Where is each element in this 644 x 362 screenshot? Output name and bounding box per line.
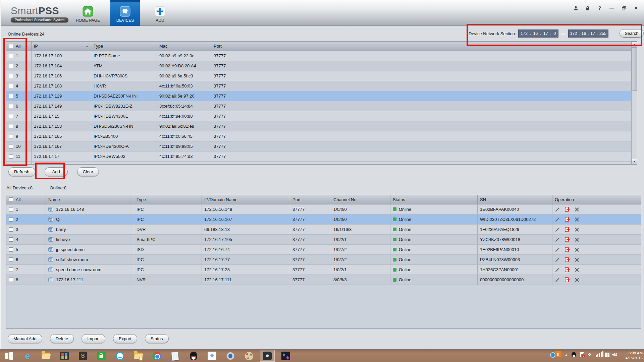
start-button[interactable] <box>4 351 14 361</box>
volume-icon[interactable] <box>612 352 618 357</box>
select-all-checkbox[interactable] <box>9 44 13 48</box>
row-checkbox[interactable] <box>9 154 13 159</box>
tab-home-page[interactable]: HOME PAGE <box>68 0 108 26</box>
row-checkbox[interactable] <box>9 124 13 128</box>
delete-icon[interactable] <box>574 237 580 242</box>
online-device-row[interactable]: 10 172.16.17.167 IPC-HDB4300C-A 4c:11:bf… <box>6 141 631 152</box>
online-device-row[interactable]: 11 172.16.17.17 IPC-HDBW5502 4c:11:bf:85… <box>6 152 631 162</box>
qq-tray-icon[interactable] <box>572 352 576 357</box>
delete-icon[interactable] <box>574 267 580 273</box>
row-checkbox[interactable] <box>9 94 13 98</box>
chat-app-icon[interactable] <box>115 351 125 361</box>
name-column-header[interactable]: Name <box>46 195 134 204</box>
qq-icon[interactable] <box>189 351 199 361</box>
chrome-icon[interactable] <box>152 351 162 361</box>
row-checkbox[interactable] <box>9 227 13 232</box>
channel-column-header[interactable]: Channel No. <box>331 195 390 204</box>
internet-explorer-icon[interactable]: e <box>22 351 33 361</box>
dropbox-icon[interactable]: ❖ <box>207 351 217 361</box>
managed-device-row[interactable]: 5 jp speed dome ISD 172.16.16.74 37777 1… <box>6 245 641 255</box>
edit-icon[interactable] <box>555 237 560 242</box>
notepad-icon[interactable] <box>170 351 180 361</box>
vertical-scrollbar[interactable]: ▲ ▼ <box>631 42 637 164</box>
edit-icon[interactable] <box>555 267 560 273</box>
tab-add[interactable]: ADD <box>145 0 175 26</box>
row-checkbox[interactable] <box>9 267 13 272</box>
type-column-header[interactable]: Type <box>91 42 157 51</box>
port-column-header[interactable]: Port <box>290 195 331 204</box>
row-checkbox[interactable] <box>9 237 13 242</box>
mac-column-header[interactable]: Mac <box>157 42 211 51</box>
export-button[interactable]: Export <box>113 334 137 343</box>
online-device-row[interactable]: 1 172.16.17.100 IP PTZ Dome 90:02:a9:a9:… <box>6 51 631 61</box>
online-device-row[interactable]: 8 172.16.17.153 DH-SD59230SN-HN 90:02:a9… <box>6 121 631 131</box>
type-column-header[interactable]: Type <box>134 195 202 204</box>
notification-alert-icon[interactable]: !! <box>555 351 561 357</box>
logout-icon[interactable] <box>565 207 570 212</box>
media-app-icon[interactable] <box>281 351 291 361</box>
minimize-icon[interactable]: — <box>608 5 615 11</box>
signal-bars-icon[interactable] <box>596 352 603 357</box>
clear-button[interactable]: Clear <box>77 167 99 176</box>
import-button[interactable]: Import <box>82 334 105 343</box>
row-checkbox[interactable] <box>9 144 13 148</box>
file-explorer-icon[interactable] <box>41 351 51 361</box>
refresh-button[interactable]: Refresh <box>8 167 35 176</box>
webcam-app-icon[interactable] <box>225 351 235 361</box>
row-checkbox[interactable] <box>9 247 13 252</box>
ip-domain-column-header[interactable]: IP/Domain Name <box>202 195 290 204</box>
dropbox-tray-icon[interactable]: ❖ <box>588 352 592 357</box>
row-checkbox[interactable] <box>9 114 13 118</box>
ip-range-to-input[interactable]: 172. 16. 17. 255 <box>568 29 608 38</box>
logout-icon[interactable] <box>565 217 570 222</box>
managed-device-row[interactable]: 1 172.16.16.148 IPC 172.16.16.148 37777 … <box>6 204 641 215</box>
add-button[interactable]: Add <box>45 167 68 176</box>
delete-icon[interactable] <box>574 257 580 262</box>
online-device-row[interactable]: 9 172.16.17.165 IPC-EB5400 4c:11:bf:c0:6… <box>6 131 631 141</box>
row-checkbox[interactable] <box>9 207 13 212</box>
taskbar-clock[interactable]: 8:08 AM 4/15/2016 <box>621 351 643 361</box>
online-device-row[interactable]: 3 172.16.17.106 DHI-HCVR7808S 90:02:a9:6… <box>6 71 631 81</box>
edit-icon[interactable] <box>555 217 560 222</box>
select-all-checkbox[interactable] <box>9 197 13 202</box>
online-device-row[interactable]: 4 172.16.17.108 HCVR 4c:11:bf:0a:50:03 3… <box>6 81 631 91</box>
row-checkbox[interactable] <box>9 278 13 282</box>
select-all-header[interactable]: All <box>6 195 46 204</box>
managed-device-row[interactable]: 8 172.16.17.111 NVR 172.16.17.111 37777 … <box>6 275 641 285</box>
search-button[interactable]: Search <box>620 29 644 38</box>
edit-icon[interactable] <box>555 227 560 232</box>
row-checkbox[interactable] <box>9 84 13 88</box>
edit-icon[interactable] <box>555 207 560 212</box>
mail-app-icon[interactable] <box>133 351 143 361</box>
delete-icon[interactable] <box>574 247 580 252</box>
close-icon[interactable]: ✕ <box>633 5 639 11</box>
online-device-row[interactable]: 6 172.16.17.149 IPC-HDBW8231E-Z 3c:ef:8c… <box>6 101 631 111</box>
row-checkbox[interactable] <box>9 74 13 78</box>
restore-icon[interactable] <box>621 5 627 11</box>
row-checkbox[interactable] <box>9 134 13 138</box>
status-button[interactable]: Status <box>145 334 169 343</box>
sn-column-header[interactable]: SN <box>478 195 552 204</box>
port-column-header[interactable]: Port <box>211 42 631 51</box>
logout-icon[interactable] <box>565 227 570 232</box>
network-flag-icon[interactable] <box>580 352 585 358</box>
select-all-header[interactable]: All <box>6 42 26 51</box>
ip-column-header[interactable]: IP▲ <box>32 42 91 51</box>
status-column-header[interactable]: Status <box>390 195 478 204</box>
row-checkbox[interactable] <box>9 54 13 58</box>
scrollbar-thumb[interactable] <box>632 47 637 91</box>
edit-icon[interactable] <box>555 277 560 283</box>
logout-icon[interactable] <box>565 267 570 273</box>
delete-icon[interactable] <box>574 227 580 232</box>
paint-app-icon[interactable] <box>244 351 254 361</box>
row-checkbox[interactable] <box>9 104 13 108</box>
logout-icon[interactable] <box>565 247 570 252</box>
row-checkbox[interactable] <box>9 257 13 262</box>
online-device-row[interactable]: 7 172.16.17.15 IPC-HDBW4300E 4c:11:bf:8e… <box>6 111 631 121</box>
smartpss-taskbar-icon[interactable] <box>262 351 272 361</box>
managed-device-row[interactable]: 2 Qi IPC 172.16.16.107 37777 1/0/0/0 Onl… <box>6 215 641 225</box>
managed-device-row[interactable]: 3 barry DVR 66.188.18.13 37777 16/1/16/3… <box>6 225 641 235</box>
sublime-text-icon[interactable]: S <box>78 351 88 361</box>
scroll-up-icon[interactable]: ▲ <box>632 42 637 47</box>
online-device-row[interactable]: 5 172.16.17.129 DH-SD6AE230FN-HNI 90:02:… <box>6 91 631 101</box>
